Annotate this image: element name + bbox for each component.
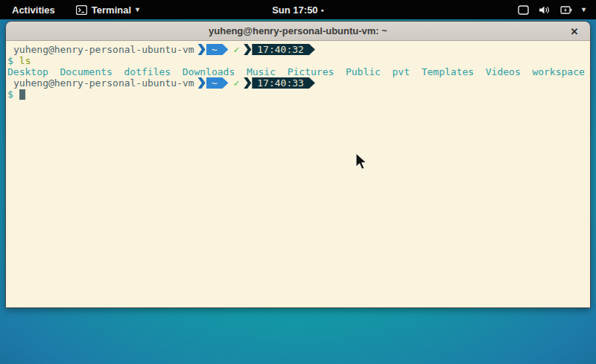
activities-button[interactable]: Activities <box>9 0 58 19</box>
powerline-chevron-icon <box>198 77 206 89</box>
terminal-screen[interactable]: yuheng@henry-personal-ubuntu-vm ~ ✓ 17:4… <box>6 41 590 307</box>
directory-name: workspace <box>532 66 584 77</box>
chevron-down-icon: ▾ <box>136 6 139 13</box>
clock-label: Sun 17:50 <box>272 4 317 16</box>
directory-name: Public <box>346 66 381 77</box>
close-button[interactable]: ✕ <box>566 22 583 41</box>
prompt-cwd-segment: ~ <box>206 44 229 55</box>
prompt-time-segment: 17:40:32 <box>252 44 315 55</box>
powerline-chevron-icon <box>198 44 206 55</box>
typed-command: ls <box>19 55 31 66</box>
prompt-symbol: $ <box>7 89 13 100</box>
window-titlebar[interactable]: yuheng@henry-personal-ubuntu-vm: ~ ✕ <box>6 22 590 41</box>
directory-name: Templates <box>422 66 474 77</box>
close-icon: ✕ <box>571 26 579 37</box>
clock-button[interactable]: Sun 17:50 ● <box>267 0 329 19</box>
prompt-line-1: yuheng@henry-personal-ubuntu-vm ~ ✓ 17:4… <box>7 44 589 55</box>
chevron-down-icon: ▾ <box>582 6 586 13</box>
powerline-chevron-icon <box>244 77 251 89</box>
prompt-time-segment: 17:40:33 <box>252 77 315 89</box>
directory-name: Downloads <box>183 66 235 77</box>
prompt-status-check-icon: ✓ <box>233 77 239 89</box>
prompt-user-host: yuheng@henry-personal-ubuntu-vm <box>13 77 194 89</box>
directory-name: Music <box>247 66 276 77</box>
prompt-status-check-icon: ✓ <box>233 44 239 55</box>
terminal-block-cursor <box>19 89 25 100</box>
desktop-background: Activities Terminal ▾ Sun 17:50 ● <box>0 0 596 364</box>
top-bar: Activities Terminal ▾ Sun 17:50 ● <box>0 0 596 19</box>
current-input-line: $ <box>7 89 589 100</box>
terminal-window: yuheng@henry-personal-ubuntu-vm: ~ ✕ yuh… <box>5 21 591 308</box>
directory-name: dotfiles <box>124 66 171 77</box>
powerline-chevron-icon <box>244 44 251 55</box>
directory-name: Desktop <box>7 66 48 77</box>
battery-charging-icon <box>560 5 572 15</box>
system-status-area[interactable]: ▾ <box>512 0 596 19</box>
volume-icon <box>539 5 551 15</box>
directory-name: Videos <box>486 66 521 77</box>
activities-label: Activities <box>12 4 55 16</box>
app-menu-label: Terminal <box>92 4 131 16</box>
terminal-icon <box>76 5 87 15</box>
prompt-line-2: yuheng@henry-personal-ubuntu-vm ~ ✓ 17:4… <box>7 77 589 89</box>
notification-dot-icon: ● <box>321 7 324 13</box>
app-menu-terminal[interactable]: Terminal ▾ <box>73 0 142 19</box>
command-line: $ ls <box>7 55 589 66</box>
directory-name: pvt <box>393 66 410 77</box>
directory-listing: Desktop Documents dotfiles Downloads Mus… <box>7 66 589 77</box>
prompt-user-host: yuheng@henry-personal-ubuntu-vm <box>13 44 194 55</box>
prompt-cwd-segment: ~ <box>206 77 229 89</box>
display-icon <box>518 5 529 15</box>
prompt-symbol: $ <box>7 55 13 66</box>
window-title: yuheng@henry-personal-ubuntu-vm: ~ <box>209 25 387 36</box>
directory-name: Documents <box>60 66 112 77</box>
directory-name: Pictures <box>288 66 335 77</box>
